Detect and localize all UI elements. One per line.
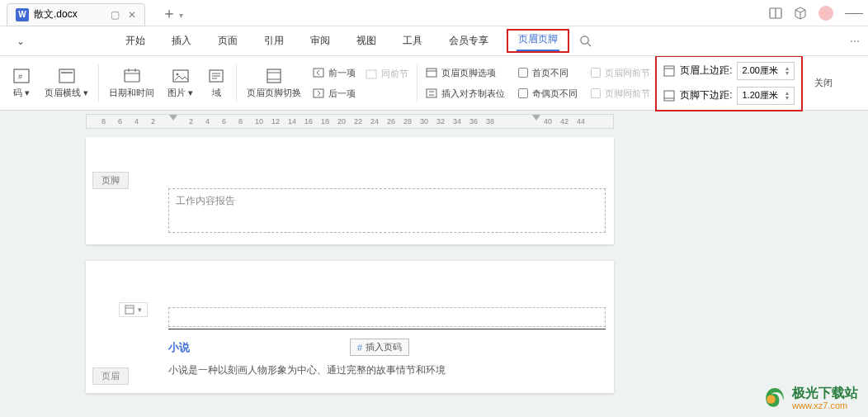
search-icon[interactable] bbox=[579, 35, 592, 47]
footer-margin-input[interactable]: 1.20厘米 ▲▼ bbox=[737, 87, 795, 105]
cube-icon[interactable] bbox=[794, 7, 807, 20]
menu-page[interactable]: 页面 bbox=[216, 31, 239, 51]
spinner-icon[interactable]: ▲▼ bbox=[785, 66, 790, 76]
close-header-footer-button[interactable]: 关闭 bbox=[808, 77, 839, 89]
menu-tools[interactable]: 工具 bbox=[401, 31, 424, 51]
svg-rect-6 bbox=[59, 69, 74, 83]
svg-rect-24 bbox=[427, 69, 436, 77]
header-margin-label: 页眉上边距: bbox=[680, 64, 732, 78]
footer-same-previous-checkbox: 页脚同前节 bbox=[591, 88, 650, 100]
svg-rect-22 bbox=[314, 89, 323, 97]
document-tab[interactable]: W 散文.docx ▢ ✕ bbox=[7, 3, 145, 26]
header-line-button[interactable]: 页眉横线 ▾ bbox=[38, 68, 95, 99]
svg-rect-29 bbox=[664, 66, 674, 76]
svg-rect-18 bbox=[267, 69, 281, 83]
watermark-title: 极光下载站 bbox=[792, 386, 858, 400]
menu-header-footer[interactable]: 页眉页脚 bbox=[517, 30, 559, 51]
menu-expand-icon[interactable]: ⌄ bbox=[17, 36, 25, 47]
header-same-previous-checkbox: 页眉同前节 bbox=[591, 67, 650, 79]
margin-settings-highlight: 页眉上边距: 2.00厘米 ▲▼ 页脚下边距: 1.20厘米 ▲▼ bbox=[655, 55, 803, 111]
ruler-right-marker[interactable] bbox=[532, 115, 540, 121]
menu-reference[interactable]: 引用 bbox=[262, 31, 285, 51]
page-current-top: ▾ 小说 # 插入页码 小说是一种以刻画人物形象为中心、通过完整的故事情节和环境… bbox=[86, 261, 614, 393]
svg-text:#: # bbox=[18, 73, 22, 81]
header-tag: 页眉 bbox=[92, 367, 129, 385]
more-icon[interactable]: ⋯ bbox=[850, 36, 860, 47]
svg-rect-23 bbox=[366, 70, 376, 78]
header-mini-toolbar[interactable]: ▾ bbox=[119, 302, 148, 317]
footer-edit-field[interactable]: 工作内容报告 bbox=[168, 188, 606, 233]
svg-point-2 bbox=[581, 36, 588, 44]
menu-start[interactable]: 开始 bbox=[124, 31, 147, 51]
menu-view[interactable]: 视图 bbox=[355, 31, 378, 51]
menubar: ⌄ 开始 插入 页面 引用 审阅 视图 工具 会员专享 页眉页脚 ⋯ bbox=[0, 26, 868, 56]
watermark-logo-icon bbox=[762, 386, 787, 410]
horizontal-ruler[interactable]: 8 6 4 2 2 4 6 8 10 12 14 16 18 20 22 24 … bbox=[86, 114, 614, 129]
document-body-text: 小说是一种以刻画人物形象为中心、通过完整的故事情节和环境 bbox=[168, 363, 446, 377]
ribbon: # 码 ▾ 页眉横线 ▾ 日期和时间 图片 ▾ 域 页眉页脚切换 前一项 后一项 bbox=[0, 56, 868, 111]
svg-rect-26 bbox=[427, 89, 436, 97]
header-margin-icon bbox=[663, 65, 675, 77]
svg-point-13 bbox=[176, 73, 178, 75]
previous-button[interactable]: 前一项 bbox=[313, 67, 356, 79]
doc-type-icon: W bbox=[16, 8, 29, 21]
insert-align-tab-button[interactable]: 插入对齐制表位 bbox=[426, 88, 505, 100]
ruler-indent-marker[interactable] bbox=[169, 115, 177, 121]
menu-member[interactable]: 会员专享 bbox=[447, 31, 490, 51]
site-watermark: 极光下载站 www.xz7.com bbox=[762, 386, 858, 410]
insert-page-number-button[interactable]: # 插入页码 bbox=[350, 339, 409, 356]
user-avatar[interactable] bbox=[818, 6, 833, 21]
footer-tag: 页脚 bbox=[92, 172, 129, 189]
header-underline bbox=[168, 329, 606, 329]
document-section-title: 小说 bbox=[168, 340, 190, 355]
header-margin-input[interactable]: 2.00厘米 ▲▼ bbox=[737, 62, 795, 80]
watermark-url: www.xz7.com bbox=[792, 400, 858, 410]
menu-header-footer-highlight: 页眉页脚 bbox=[507, 29, 569, 53]
document-area: 页脚 工作内容报告 ▾ 小说 # 插入页码 小说是一种以刻画人物形象为中心、通过… bbox=[0, 129, 868, 393]
footer-margin-icon bbox=[663, 90, 675, 102]
svg-point-35 bbox=[767, 395, 776, 404]
header-footer-options-button[interactable]: 页眉页脚选项 bbox=[426, 67, 505, 79]
svg-rect-31 bbox=[664, 91, 674, 101]
titlebar: W 散文.docx ▢ ✕ ＋▾ —— bbox=[0, 0, 868, 26]
svg-line-3 bbox=[587, 43, 591, 46]
document-filename: 散文.docx bbox=[34, 7, 78, 21]
tab-close-icon[interactable]: ✕ bbox=[128, 9, 136, 21]
menu-insert[interactable]: 插入 bbox=[170, 31, 193, 51]
odd-even-different-checkbox[interactable]: 奇偶页不同 bbox=[518, 88, 578, 100]
window-restore-icon[interactable]: ▢ bbox=[111, 9, 120, 21]
same-as-previous-button: 同前节 bbox=[366, 68, 408, 80]
layout-icon[interactable] bbox=[769, 7, 782, 20]
field-button[interactable]: 域 bbox=[200, 68, 233, 99]
minimize-button[interactable]: —— bbox=[845, 7, 861, 19]
page-number-button[interactable]: # 码 ▾ bbox=[5, 68, 38, 99]
hash-icon: # bbox=[357, 343, 362, 353]
header-edit-field[interactable] bbox=[168, 307, 606, 327]
next-button[interactable]: 后一项 bbox=[313, 88, 356, 100]
footer-margin-label: 页脚下边距: bbox=[680, 88, 732, 102]
svg-rect-8 bbox=[125, 70, 139, 82]
switch-header-footer-button[interactable]: 页眉页脚切换 bbox=[240, 68, 308, 99]
menu-items: 开始 插入 页面 引用 审阅 视图 工具 会员专享 页眉页脚 bbox=[124, 31, 563, 51]
picture-button[interactable]: 图片 ▾ bbox=[161, 68, 200, 99]
datetime-button[interactable]: 日期和时间 bbox=[102, 68, 161, 99]
first-page-different-checkbox[interactable]: 首页不同 bbox=[518, 67, 578, 79]
svg-rect-33 bbox=[125, 306, 134, 314]
spinner-icon[interactable]: ▲▼ bbox=[785, 91, 790, 101]
chevron-down-icon[interactable]: ▾ bbox=[138, 306, 142, 314]
new-tab-button[interactable]: ＋▾ bbox=[155, 3, 190, 23]
page-previous-bottom: 页脚 工作内容报告 bbox=[86, 137, 614, 244]
menu-review[interactable]: 审阅 bbox=[309, 31, 332, 51]
svg-rect-21 bbox=[314, 69, 323, 77]
ruler-container: 8 6 4 2 2 4 6 8 10 12 14 16 18 20 22 24 … bbox=[0, 111, 868, 129]
